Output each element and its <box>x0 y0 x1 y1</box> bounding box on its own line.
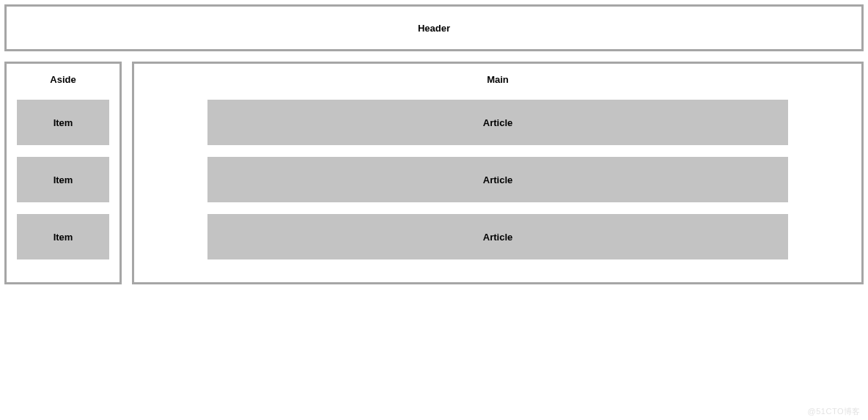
watermark: @51CTO博客 <box>808 406 861 417</box>
article-label: Article <box>483 117 512 128</box>
article-label: Article <box>483 174 512 185</box>
aside-item-label: Item <box>54 174 73 185</box>
article-item: Article <box>207 157 788 202</box>
header-region: Header <box>4 4 864 51</box>
aside-item-label: Item <box>54 232 73 243</box>
article-item: Article <box>207 214 788 259</box>
aside-item: Item <box>17 157 109 202</box>
aside-label: Aside <box>50 74 76 85</box>
main-region: Main Article Article Article <box>132 62 864 284</box>
aside-region: Aside Item Item Item <box>4 62 122 284</box>
aside-item: Item <box>17 214 109 259</box>
main-label: Main <box>487 74 509 85</box>
article-item: Article <box>207 100 788 145</box>
layout-row: Aside Item Item Item Main Article Articl… <box>4 62 864 284</box>
aside-item: Item <box>17 100 109 145</box>
article-label: Article <box>483 232 512 243</box>
aside-item-label: Item <box>54 117 73 128</box>
header-label: Header <box>418 23 450 34</box>
